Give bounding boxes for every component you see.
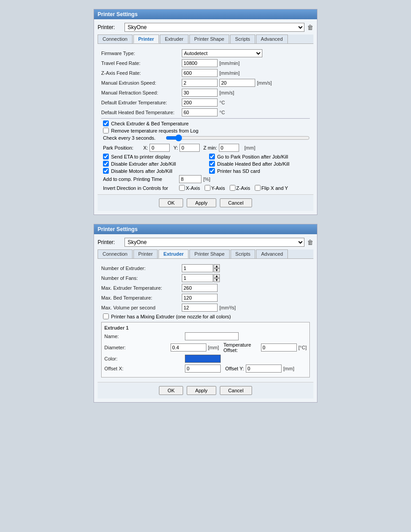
disable-motors-checkbox[interactable] <box>103 168 109 174</box>
num-extruder-up-btn[interactable]: ▲ <box>214 264 220 268</box>
panel1-ok-button[interactable]: OK <box>159 198 183 207</box>
num-extruder-label: Number of Extruder: <box>101 266 182 271</box>
manual-retract-input[interactable] <box>182 89 218 97</box>
panel1-header: Printer Settings <box>94 9 317 19</box>
panel2-tab-printer[interactable]: Printer <box>133 249 158 258</box>
offset-y-label: Offset Y: <box>225 366 244 371</box>
invert-y-checkbox[interactable] <box>205 185 210 191</box>
send-eta-checkbox[interactable] <box>103 154 109 159</box>
max-extru-temp-input[interactable] <box>182 284 218 292</box>
firmware-select[interactable]: Autodetect <box>182 49 262 57</box>
max-vol-input[interactable] <box>182 304 218 312</box>
printer-select[interactable]: SkyOne <box>124 23 304 32</box>
disable-extru-checkbox[interactable] <box>103 161 109 167</box>
num-fans-row: Number of Fans: ▲ ▼ <box>101 274 310 282</box>
manual-retract-label: Manual Retraction Speed: <box>101 90 182 95</box>
panel1-apply-button[interactable]: Apply <box>187 198 216 207</box>
panel2-tab-extruder[interactable]: Extruder <box>158 249 188 258</box>
panel2-cancel-button[interactable]: Cancel <box>220 386 252 395</box>
disable-motors-row: Disable Motors after Job/Kill <box>101 168 204 174</box>
travel-feed-label: Travel Feed Rate: <box>101 60 182 66</box>
tab-connection[interactable]: Connection <box>98 34 133 43</box>
go-park-checkbox[interactable] <box>209 154 215 159</box>
printer-settings-panel-2: Printer Settings Printer: SkyOne 🗑 Conne… <box>94 224 317 403</box>
check-every-row: Check every 3 seconds. <box>101 135 310 141</box>
num-fans-input[interactable] <box>182 274 213 282</box>
extruder-name-input[interactable] <box>185 332 239 340</box>
panel2-tab-scripts[interactable]: Scripts <box>231 249 256 258</box>
max-bed-temp-input[interactable] <box>182 294 218 302</box>
park-x-input[interactable] <box>150 144 170 152</box>
park-y-input[interactable] <box>180 144 200 152</box>
remove-temp-log-checkbox[interactable] <box>103 128 109 133</box>
num-extruder-spinner: ▲ ▼ <box>182 264 220 272</box>
check-every-slider[interactable] <box>166 135 310 141</box>
tab-extruder[interactable]: Extruder <box>160 34 188 43</box>
disable-heated-checkbox[interactable] <box>209 161 215 167</box>
tab-printer[interactable]: Printer <box>133 34 159 43</box>
panel2-tab-printer-shape[interactable]: Printer Shape <box>189 249 229 258</box>
printer-sd-label: Printer has SD card <box>217 168 260 174</box>
z-feed-input[interactable] <box>182 69 218 77</box>
temp-offset-input[interactable] <box>261 343 297 352</box>
panel2-tab-advanced[interactable]: Advanced <box>256 249 288 258</box>
num-fans-up-btn[interactable]: ▲ <box>214 274 220 278</box>
add-comp-label: Add to comp. Printing Time <box>103 176 179 182</box>
default-extru-temp-unit: °C <box>219 100 225 105</box>
default-extru-temp-row: Default Extruder Temperature: °C <box>101 99 310 107</box>
firmware-row: Firmware Type: Autodetect <box>101 49 310 57</box>
extruder-diameter-input[interactable] <box>171 343 206 352</box>
travel-feed-input[interactable] <box>182 59 218 67</box>
printer-sd-checkbox[interactable] <box>209 168 215 174</box>
invert-x-label: X-Axis <box>186 185 200 191</box>
panel2-printer-label: Printer: <box>98 239 124 245</box>
park-zmin-input[interactable] <box>219 144 239 152</box>
tab-advanced[interactable]: Advanced <box>256 34 288 43</box>
check-extru-bed-checkbox[interactable] <box>103 120 109 126</box>
offset-y-input[interactable] <box>246 365 282 373</box>
invert-label: Invert Direction in Controls for <box>103 185 179 191</box>
invert-z-checkbox[interactable] <box>230 185 235 191</box>
panel2-delete-printer-button[interactable]: 🗑 <box>307 239 313 246</box>
tab-scripts[interactable]: Scripts <box>230 34 255 43</box>
panel2-printer-row: Printer: SkyOne 🗑 <box>98 238 313 247</box>
panel2-ok-button[interactable]: OK <box>159 386 183 395</box>
default-bed-temp-unit: °C <box>219 110 225 115</box>
disable-heated-label: Disable Heated Bed after Job/Kill <box>217 161 289 167</box>
extruder-name-row: Name: <box>104 332 307 340</box>
panel2-tab-connection[interactable]: Connection <box>98 249 133 258</box>
default-bed-temp-input[interactable] <box>182 108 218 116</box>
add-comp-row: Add to comp. Printing Time [%] <box>101 175 310 183</box>
check-every-label: Check every 3 seconds. <box>103 135 166 141</box>
num-extruder-input[interactable] <box>182 264 213 272</box>
tab-printer-shape[interactable]: Printer Shape <box>189 34 229 43</box>
park-zmin-label: Z min: <box>203 145 217 150</box>
panel1-cancel-button[interactable]: Cancel <box>220 198 252 207</box>
panel2-printer-select[interactable]: SkyOne <box>124 238 304 247</box>
mixing-row: Printer has a Mixing Extruder (one nozzl… <box>101 313 310 319</box>
max-vol-unit: [mm³/s] <box>219 305 236 310</box>
delete-printer-button[interactable]: 🗑 <box>307 24 313 31</box>
disable-motors-label: Disable Motors after Job/Kill <box>111 168 172 174</box>
manual-extru-input1[interactable] <box>182 79 218 87</box>
z-feed-label: Z-Axis Feed Rate: <box>101 70 182 76</box>
park-y-label: Y: <box>173 145 178 150</box>
printer-row: Printer: SkyOne 🗑 <box>98 23 313 32</box>
panel2-apply-button[interactable]: Apply <box>187 386 216 395</box>
invert-flip-checkbox[interactable] <box>255 185 261 191</box>
park-label: Park Position: <box>103 145 143 150</box>
add-comp-input[interactable] <box>179 175 201 183</box>
mixing-label: Printer has a Mixing Extruder (one nozzl… <box>111 314 231 319</box>
default-extru-temp-input[interactable] <box>182 99 218 107</box>
tab-bar: Connection Printer Extruder Printer Shap… <box>98 34 313 44</box>
temp-offset-label: Temperature Offset: <box>223 342 259 353</box>
num-fans-down-btn[interactable]: ▼ <box>214 278 220 282</box>
invert-x-checkbox[interactable] <box>179 185 185 191</box>
num-fans-spinner-btns: ▲ ▼ <box>214 274 220 282</box>
manual-extru-input2[interactable] <box>219 79 255 87</box>
offset-x-input[interactable] <box>185 365 221 373</box>
extruder-color-swatch[interactable] <box>185 355 221 363</box>
remove-temp-log-row: Remove temperature requests from Log <box>101 128 310 133</box>
mixing-checkbox[interactable] <box>103 313 109 319</box>
num-extruder-down-btn[interactable]: ▼ <box>214 268 220 272</box>
